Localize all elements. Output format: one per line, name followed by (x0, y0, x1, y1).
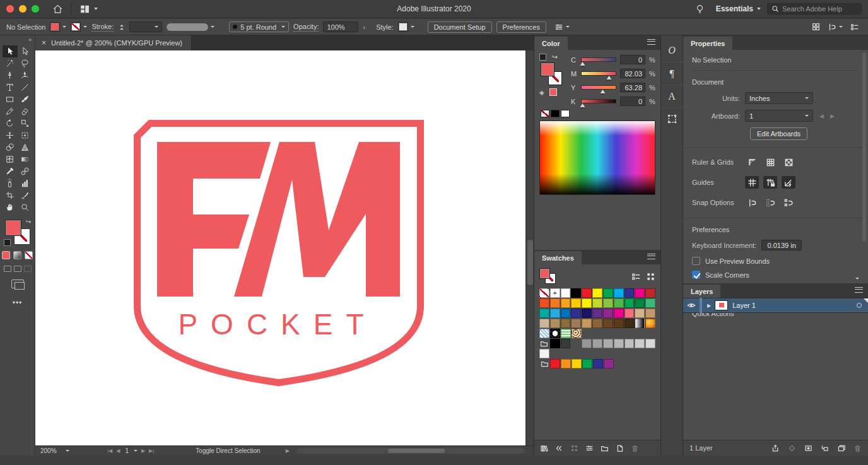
horizontal-scrollbar[interactable] (297, 448, 525, 454)
swatch[interactable] (550, 309, 560, 318)
smart-guides-button[interactable] (782, 176, 795, 189)
workspace-grid-icon[interactable] (78, 2, 91, 16)
swatch[interactable] (604, 359, 614, 368)
magenta-value-field[interactable]: 82.03 (620, 69, 645, 78)
swatch[interactable] (614, 339, 624, 348)
swatch[interactable] (593, 359, 603, 368)
delete-swatch-icon[interactable] (631, 444, 639, 452)
swatch[interactable] (550, 339, 560, 348)
swatch[interactable] (582, 359, 592, 368)
edit-toolbar-button[interactable]: ••• (13, 298, 23, 307)
new-color-group-icon[interactable] (601, 444, 609, 452)
swatches-fill-stroke-proxy[interactable] (539, 268, 558, 285)
swatch[interactable] (571, 298, 581, 308)
rectangle-tool[interactable] (3, 93, 18, 105)
step-down-icon[interactable] (120, 28, 124, 30)
direct-selection-tool[interactable] (18, 45, 33, 57)
fill-proxy-swatch[interactable] (5, 220, 21, 236)
color-panel-menu-icon[interactable] (647, 39, 655, 45)
swatch[interactable] (625, 339, 635, 348)
column-graph-tool[interactable] (18, 177, 33, 189)
swatch-gradient-bw[interactable] (635, 319, 645, 328)
swatch-pattern[interactable] (539, 329, 549, 338)
first-artboard-icon[interactable]: |◀ (107, 448, 112, 454)
invert-color-icon[interactable]: ↩ (552, 53, 558, 61)
next-artboard-icon[interactable]: ▶ (141, 448, 145, 454)
swatch[interactable] (561, 319, 571, 328)
scale-tool[interactable] (18, 117, 33, 129)
symbol-sprayer-tool[interactable] (3, 177, 18, 189)
previous-artboard-button[interactable]: ◀ (819, 113, 824, 119)
panel-icon-transform[interactable] (660, 107, 683, 130)
yellow-slider[interactable] (581, 85, 616, 90)
properties-scrollbar[interactable] (862, 52, 867, 278)
fill-color-swatch[interactable] (50, 22, 60, 32)
snap-to-point-button[interactable] (745, 196, 759, 209)
swatch[interactable] (582, 339, 592, 348)
color-group-folder-icon[interactable] (539, 359, 549, 368)
next-artboard-button[interactable]: ▶ (830, 113, 835, 119)
mesh-tool[interactable] (3, 153, 18, 165)
swatch[interactable] (561, 339, 571, 348)
none-swatch[interactable] (541, 110, 549, 117)
selection-tool[interactable] (3, 45, 18, 57)
discover-bulb-icon[interactable] (693, 2, 707, 16)
stroke-color-control[interactable] (71, 22, 87, 32)
draw-normal-button[interactable] (4, 266, 11, 272)
fill-color-control[interactable] (50, 22, 66, 32)
white-swatch[interactable] (561, 110, 570, 117)
stroke-weight-stepper[interactable] (118, 22, 125, 32)
previous-artboard-icon[interactable]: ◀ (116, 448, 120, 454)
swatch[interactable] (635, 288, 645, 298)
new-layer-icon[interactable] (837, 444, 845, 452)
default-fill-stroke-icon[interactable] (4, 239, 11, 246)
slider-handle[interactable] (580, 103, 585, 107)
chevron-down-icon[interactable] (134, 450, 138, 452)
swatch[interactable] (635, 298, 645, 308)
layer-name[interactable]: Layer 1 (732, 302, 756, 309)
minimize-window-button[interactable] (19, 5, 26, 13)
pen-tool[interactable] (3, 69, 18, 81)
opacity-value-field[interactable]: 100% (323, 21, 358, 32)
swatch[interactable] (571, 309, 581, 318)
swatch[interactable] (592, 288, 602, 298)
swatch[interactable] (592, 298, 602, 308)
workspace-switcher[interactable]: Essentials (716, 4, 761, 13)
swatch[interactable] (645, 298, 655, 308)
zoom-window-button[interactable] (32, 5, 39, 13)
show-guides-button[interactable] (745, 176, 759, 189)
swatch[interactable] (645, 339, 655, 348)
hand-tool[interactable] (3, 201, 18, 213)
swatches-panel-menu-icon[interactable] (647, 254, 655, 259)
swatch[interactable] (571, 288, 581, 298)
snap-to-pixel-button[interactable] (782, 196, 795, 209)
slider-handle[interactable] (580, 62, 585, 66)
swatch[interactable] (539, 349, 549, 358)
color-spectrum[interactable] (539, 121, 655, 195)
artboard-tool[interactable] (3, 189, 18, 201)
close-window-button[interactable] (6, 5, 14, 13)
cyan-value-field[interactable]: 0 (620, 55, 645, 64)
show-transparency-grid-button[interactable] (782, 156, 795, 168)
document-setup-button[interactable]: Document Setup (428, 21, 492, 33)
stroke-link[interactable]: Stroke: (91, 23, 114, 32)
swatch[interactable] (625, 309, 635, 318)
stroke-color-swatch[interactable] (71, 22, 81, 32)
scale-corners-checkbox[interactable] (692, 271, 700, 279)
swatch[interactable] (582, 309, 592, 318)
swatch[interactable] (561, 298, 571, 308)
panel-icon-character[interactable]: A (660, 85, 683, 107)
type-tool[interactable] (3, 81, 18, 93)
style-swatch[interactable] (398, 22, 408, 32)
swap-fill-stroke-icon[interactable]: ↪ (26, 218, 31, 225)
swatch[interactable] (614, 309, 624, 318)
gradient-mode-button[interactable] (13, 251, 21, 259)
preferences-button[interactable]: Preferences (496, 21, 546, 33)
vertical-scroll-thumb[interactable] (527, 240, 533, 285)
show-grid-button[interactable] (763, 156, 777, 168)
swatch[interactable] (592, 319, 602, 328)
panel-icon-opentype[interactable]: O (660, 39, 683, 62)
rotate-tool[interactable] (3, 117, 18, 129)
swatch[interactable] (625, 298, 635, 308)
out-of-web-color-icon[interactable]: ◈ (539, 89, 544, 96)
